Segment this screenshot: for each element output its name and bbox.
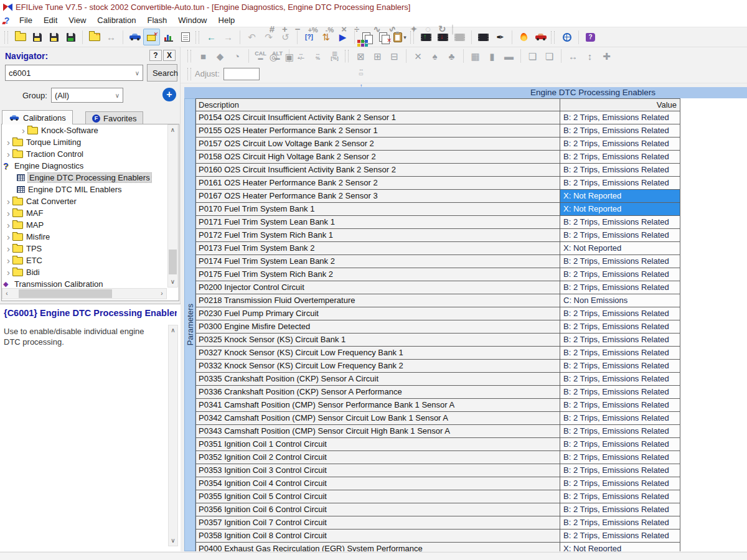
dtc-value-cell[interactable]: B: 2 Trips, Emissions Related (560, 438, 680, 450)
toolbar-grip[interactable] (195, 31, 199, 44)
dtc-description-cell[interactable]: P0353 Ignition Coil 3 Control Circuit (196, 464, 560, 477)
save-as-icon[interactable] (45, 29, 62, 45)
dtc-value-cell[interactable]: X: Not Reported (560, 203, 680, 215)
dtc-description-cell[interactable]: P0358 Ignition Coil 8 Control Circuit (196, 530, 560, 542)
subtract-icon[interactable]: − (295, 24, 301, 34)
dtc-value-cell[interactable]: B: 2 Trips, Emissions Related (560, 216, 680, 228)
tree-expand-icon[interactable]: › (4, 150, 12, 158)
tab-favorites[interactable]: F Favorites (85, 111, 143, 124)
dtc-description-cell[interactable]: P0173 Fuel Trim System Bank 2 (196, 242, 560, 254)
dtc-description-cell[interactable]: P0160 O2S Circuit Insufficient Activity … (196, 164, 560, 176)
tree-expand-icon[interactable]: › (4, 256, 12, 264)
dtc-description-cell[interactable]: P0200 Injector Control Circuit (196, 281, 560, 294)
extend-horizontal-icon[interactable]: ↔ (565, 48, 581, 65)
resize-table-icon[interactable]: ↔▭ (266, 63, 457, 80)
dtc-value-cell[interactable]: B: 2 Trips, Emissions Related (560, 425, 680, 437)
dtc-value-cell[interactable]: B: 2 Trips, Emissions Related (560, 268, 680, 281)
dtc-description-cell[interactable]: P0327 Knock Sensor (KS) Circuit Low Freq… (196, 347, 560, 359)
tab-calibrations[interactable]: Calibrations (2, 110, 73, 124)
dtc-description-cell[interactable]: P0352 Ignition Coil 2 Control Circuit (196, 451, 560, 464)
dtc-description-cell[interactable]: P0154 O2S Circuit Insufficient Activity … (196, 111, 560, 124)
copy-map-icon[interactable]: ❏ (524, 48, 541, 65)
dtc-description-cell[interactable]: P0158 O2S Circuit High Voltage Bank 2 Se… (196, 151, 560, 163)
web-update-icon[interactable] (558, 29, 575, 45)
dtc-description-cell[interactable]: P0167 O2S Heater Performance Bank 2 Sens… (196, 190, 560, 202)
graph-view-icon[interactable] (160, 29, 177, 45)
tree-item-cat-converter[interactable]: ›Cat Converter (2, 195, 179, 207)
navigator-close-button[interactable]: X (163, 50, 176, 61)
tree-expand-icon[interactable]: › (4, 197, 12, 205)
tree-item-misfire[interactable]: ›Misfire (2, 231, 179, 243)
select-region-icon[interactable]: ◌ (425, 24, 431, 34)
save-all-icon[interactable] (62, 29, 79, 45)
tree-item-engine-diagnostics[interactable]: ?Engine Diagnostics (2, 160, 179, 172)
dtc-value-cell[interactable]: B: 2 Trips, Emissions Related (560, 320, 680, 333)
dtc-description-cell[interactable]: P0357 Ignition Coil 7 Control Circuit (196, 516, 560, 529)
dtc-value-cell[interactable]: B: 2 Trips, Emissions Related (560, 138, 680, 150)
dtc-value-cell[interactable]: B: 2 Trips, Emissions Related (560, 124, 680, 137)
extend-vertical-icon[interactable]: ↕ (581, 48, 598, 65)
tree-expand-icon[interactable]: › (4, 138, 12, 146)
open-tune-icon[interactable] (12, 29, 29, 45)
dtc-value-cell[interactable]: B: 2 Trips, Emissions Related (560, 347, 680, 359)
undo-icon[interactable]: ↶ (243, 29, 260, 45)
toolbar-grip[interactable] (4, 31, 8, 44)
adjust-input[interactable] (223, 68, 260, 80)
dtc-description-cell[interactable]: P0354 Ignition Coil 4 Control Circuit (196, 477, 560, 490)
paste-map-icon[interactable]: ❏ (541, 48, 558, 65)
tree-item-traction-control[interactable]: ›Traction Control (2, 148, 179, 160)
column-select-icon[interactable]: ▮ (484, 48, 500, 65)
scroll-up-icon[interactable]: ∧ (168, 125, 177, 135)
extend-all-icon[interactable]: ✚ (598, 48, 615, 65)
export-tune-icon[interactable] (86, 29, 103, 45)
scroll-left-icon[interactable]: ‹ (2, 289, 11, 299)
subtract-percent-icon[interactable]: -% (326, 26, 334, 34)
search-combobox[interactable]: c6001 ∨ (5, 65, 143, 81)
dtc-description-cell[interactable]: P0325 Knock Sensor (KS) Circuit Bank 1 (196, 334, 560, 346)
toolbar-grip[interactable] (187, 68, 191, 80)
dtc-value-cell[interactable]: B: 2 Trips, Emissions Related (560, 164, 680, 176)
scroll-up-icon[interactable]: ∧ (169, 325, 177, 335)
row-select-icon[interactable]: ▬ (500, 48, 517, 65)
dtc-description-cell[interactable]: P0170 Fuel Trim System Bank 1 (196, 203, 560, 215)
fill-cells-icon[interactable]: ■ (195, 48, 212, 65)
dtc-description-cell[interactable]: P0172 Fuel Trim System Rich Bank 1 (196, 229, 560, 241)
search-button[interactable]: Search (147, 64, 177, 82)
multiply-icon[interactable]: × (341, 24, 347, 34)
dtc-description-cell[interactable]: P0218 Transmission Fluid Overtemperature (196, 294, 560, 307)
scan-dashboard-icon[interactable] (532, 29, 549, 45)
toolbar-grip[interactable] (187, 50, 191, 62)
dtc-description-cell[interactable]: P0335 Crankshaft Position (CKP) Sensor A… (196, 373, 560, 385)
dtc-description-cell[interactable]: P0332 Knock Sensor (KS) Circuit Low Freq… (196, 360, 560, 372)
dtc-description-cell[interactable]: P0300 Engine Misfire Detected (196, 320, 560, 333)
help-book-icon[interactable]: ? (582, 29, 599, 45)
set-value-icon[interactable]: # (270, 24, 275, 34)
dtc-description-cell[interactable]: P0341 Camshaft Position (CMP) Sensor Per… (196, 399, 560, 411)
dtc-value-cell[interactable]: B: 2 Trips, Emissions Related (560, 360, 680, 372)
dtc-description-cell[interactable]: P0355 Ignition Coil 5 Control Circuit (196, 490, 560, 503)
dtc-value-cell[interactable]: B: 2 Trips, Emissions Related (560, 151, 680, 163)
dtc-value-cell[interactable]: B: 2 Trips, Emissions Related (560, 451, 680, 464)
tree-item-bidi[interactable]: ›Bidi (2, 266, 179, 278)
tree-expand-icon[interactable]: › (19, 126, 27, 134)
save-tune-icon[interactable] (29, 29, 45, 45)
dtc-value-cell[interactable]: C: Non Emissions (560, 294, 680, 307)
scrollbar-thumb[interactable] (169, 250, 177, 274)
menu-flash[interactable]: Flash (141, 14, 172, 26)
column-header-value[interactable]: Value (560, 99, 680, 111)
help-context-icon[interactable]: ? (0, 16, 14, 26)
tree-expand-icon[interactable]: › (4, 233, 12, 241)
tree-vertical-scrollbar[interactable]: ∧ ∨ (167, 124, 178, 287)
zoom-region-icon[interactable]: ▣ (285, 52, 294, 62)
menu-edit[interactable]: Edit (38, 14, 63, 26)
dtc-description-cell[interactable]: P0155 O2S Heater Performance Bank 2 Sens… (196, 124, 560, 137)
dtc-value-cell[interactable]: B: 2 Trips, Emissions Related (560, 412, 680, 424)
dtc-value-cell[interactable]: B: 2 Trips, Emissions Related (560, 334, 680, 346)
add-percent-icon[interactable]: +% (308, 26, 318, 34)
dtc-description-cell[interactable]: P0336 Crankshaft Position (CKP) Sensor A… (196, 386, 560, 398)
smooth-icon[interactable]: ∿ (373, 24, 381, 34)
menu-window[interactable]: Window (172, 14, 212, 26)
dtc-description-cell[interactable]: P0342 Camshaft Position (CMP) Sensor Cir… (196, 412, 560, 424)
dtc-description-cell[interactable]: P0171 Fuel Trim System Lean Bank 1 (196, 216, 560, 228)
highlight-icon[interactable]: ✦ (410, 24, 418, 34)
